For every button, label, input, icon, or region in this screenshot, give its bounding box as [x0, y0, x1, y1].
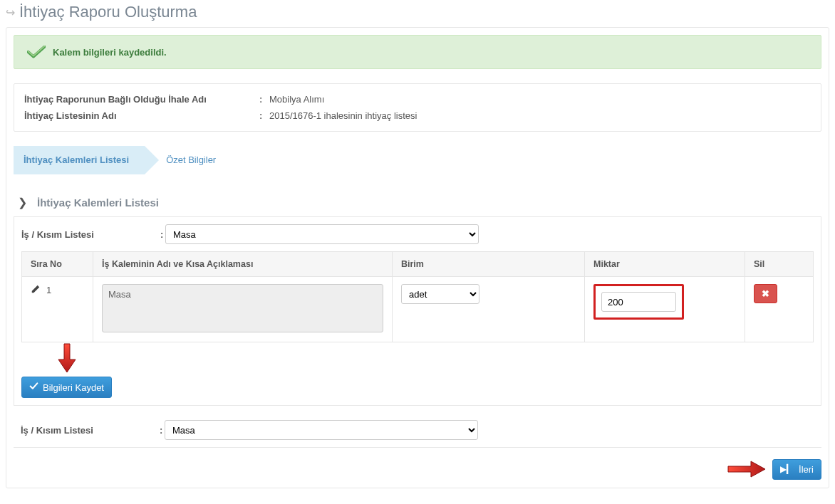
panel-body: İş / Kısım Listesi : Masa Sıra No İş Kal…: [14, 216, 821, 406]
cell-aciklama-input[interactable]: Masa: [102, 284, 383, 332]
annotation-arrow-right-icon: [727, 458, 767, 481]
content-frame: Kalem bilgileri kaydedildi. İhtiyaç Rapo…: [6, 27, 829, 488]
info-label-ihale: İhtiyaç Raporunun Bağlı Olduğu İhale Adı: [24, 94, 259, 105]
col-header-sira: Sıra No: [22, 252, 93, 277]
col-header-sil: Sil: [745, 252, 814, 277]
info-panel: İhtiyaç Raporunun Bağlı Olduğu İhale Adı…: [14, 83, 821, 132]
cell-sira: 1: [46, 285, 51, 295]
info-value-ihale: Mobilya Alımı: [269, 94, 324, 105]
annotation-arrow-down-icon: [57, 342, 77, 374]
col-header-birim: Birim: [393, 252, 585, 277]
info-value-liste: 2015/1676-1 ihalesinin ihtiyaç listesi: [269, 110, 417, 121]
kisim-select-bottom[interactable]: Masa: [165, 420, 478, 440]
cell-birim-select[interactable]: adet: [401, 284, 479, 304]
check-icon: [24, 46, 48, 58]
col-header-miktar: Miktar: [585, 252, 745, 277]
info-label-liste: İhtiyaç Listesinin Adı: [24, 110, 259, 121]
table-row: 1 Masa adet: [22, 277, 814, 342]
breadcrumb-arrow-icon: ↪: [6, 6, 15, 19]
alert-message: Kalem bilgileri kaydedildi.: [53, 47, 167, 58]
alert-success: Kalem bilgileri kaydedildi.: [14, 35, 821, 69]
close-icon: ✖: [762, 288, 769, 299]
page-title: İhtiyaç Raporu Oluşturma: [19, 3, 197, 21]
save-button-label: Bilgileri Kaydet: [43, 382, 104, 393]
delete-row-button[interactable]: ✖: [754, 284, 777, 303]
cell-miktar-input[interactable]: [601, 292, 676, 312]
section-title: İhtiyaç Kalemleri Listesi: [37, 196, 159, 209]
kisim-select-top[interactable]: Masa: [165, 224, 479, 244]
forward-icon: ▶▎: [780, 464, 793, 474]
edit-icon[interactable]: [31, 284, 41, 296]
items-table: Sıra No İş Kaleminin Adı ve Kısa Açıklam…: [21, 251, 814, 342]
kisim-label-top: İş / Kısım Listesi: [21, 229, 160, 240]
check-icon: [29, 382, 38, 393]
wizard-steps: İhtiyaç Kalemleri Listesi Özet Bilgiler: [14, 146, 821, 174]
kisim-label-bottom: İş / Kısım Listesi: [21, 425, 160, 436]
chevron-right-icon[interactable]: ❯: [18, 196, 27, 209]
next-button[interactable]: ▶▎ İleri: [772, 459, 821, 480]
wizard-step-kalemler[interactable]: İhtiyaç Kalemleri Listesi: [14, 146, 145, 174]
col-header-aciklama: İş Kaleminin Adı ve Kısa Açıklaması: [93, 252, 393, 277]
next-button-label: İleri: [799, 464, 814, 475]
wizard-step-ozet[interactable]: Özet Bilgiler: [145, 146, 232, 174]
highlight-box: [593, 284, 684, 320]
save-button[interactable]: Bilgileri Kaydet: [21, 377, 112, 398]
